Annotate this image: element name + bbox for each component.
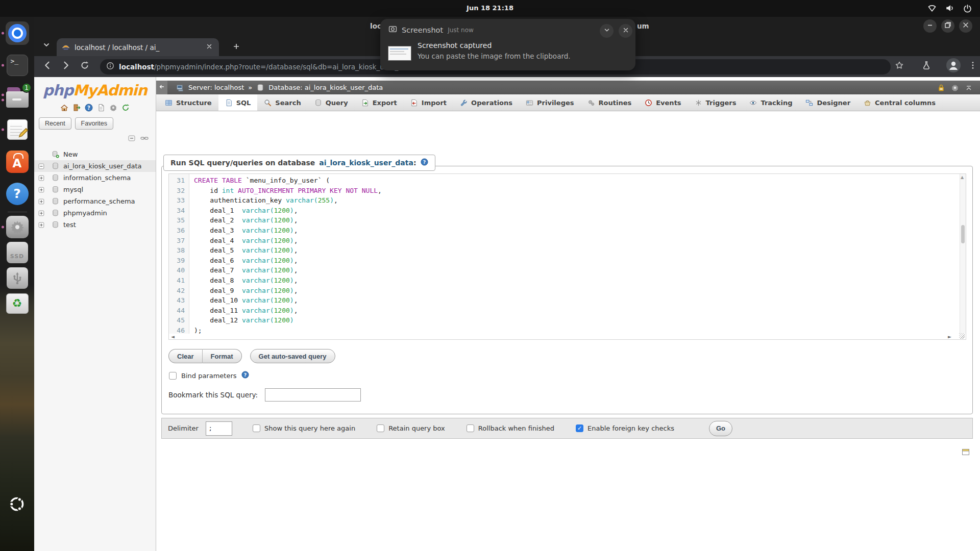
docs-icon[interactable] [97,104,105,112]
get-autosaved-query-button[interactable]: Get auto-saved query [250,349,335,363]
go-button[interactable]: Go [709,421,732,436]
pma-logo[interactable]: phpMyAdmin [34,82,156,99]
dock-item-usb[interactable] [0,265,34,291]
pma-tab-triggers[interactable]: Triggers [688,94,743,111]
notification-expand-button[interactable] [600,24,614,38]
tree-item-New[interactable]: New [34,148,156,160]
breadcrumb-database[interactable]: Database: ai_lora_kiosk_user_data [268,84,383,91]
logout-icon[interactable] [72,104,81,112]
pma-tab-export[interactable]: Export [355,94,404,111]
dock-item-app-center[interactable]: A [0,145,34,178]
browser-menu-button[interactable] [967,60,979,72]
checkbox[interactable] [467,424,474,432]
editor-vertical-scrollbar[interactable]: ▲ [960,174,966,334]
pma-tab-tracking[interactable]: Tracking [743,94,799,111]
tree-item-information_schema[interactable]: information_schema [34,172,156,184]
system-tray[interactable] [927,4,972,13]
legend-database-link[interactable]: ai_lora_kiosk_user_data: [319,159,416,167]
codemirror[interactable]: 31323334353637383940414243444546 CREATE … [169,174,960,334]
delimiter-input[interactable] [206,421,232,436]
recent-dropdown[interactable]: Recent [39,117,71,130]
screenshot-notification[interactable]: Screenshot Just now Screenshot captured … [380,19,635,70]
pma-tab-query[interactable]: Query [308,94,355,111]
tree-expander-icon[interactable] [37,209,45,217]
home-icon[interactable] [60,104,68,112]
dock-item-help[interactable]: ? [0,178,34,210]
tree-item-performance_schema[interactable]: performance_schema [34,195,156,207]
tree-item-mysql[interactable]: mysql [34,184,156,195]
link-with-main-icon[interactable] [140,134,149,144]
bookmark-star-button[interactable] [893,60,905,72]
ssl-lock-icon[interactable] [937,84,945,92]
tree-item-phpmyadmin[interactable]: phpmyadmin [34,207,156,219]
minimize-button[interactable] [923,19,937,33]
dock-item-ssd[interactable]: SSD [0,240,34,265]
favorites-dropdown[interactable]: Favorites [75,117,113,130]
pma-tab-privileges[interactable]: Privileges [519,94,580,111]
checkbox[interactable] [377,424,384,432]
tree-expander-icon[interactable] [37,162,45,170]
pma-tab-import[interactable]: Import [404,94,453,111]
dock-item-gedit[interactable] [0,113,34,145]
show-apps-button[interactable] [9,496,25,514]
help-icon[interactable]: ? [85,104,93,112]
scroll-top-icon[interactable] [965,84,973,92]
back-button[interactable] [41,60,54,72]
tree-item-test[interactable]: test [34,219,156,231]
dock-item-files[interactable]: 1 [0,81,34,113]
clock[interactable]: Jun 18 21:18 [0,4,980,12]
pma-tab-structure[interactable]: Structure [158,94,218,111]
screenshot-thumbnail[interactable] [388,46,411,61]
pma-tab-sql[interactable]: SQL [218,94,258,111]
dock-item-settings[interactable] [0,214,34,240]
bookmark-input[interactable] [265,388,361,402]
tree-item-ai_lora_kiosk_user_data[interactable]: ai_lora_kiosk_user_data [34,160,156,172]
experiments-button[interactable] [920,60,933,72]
new-tab-button[interactable] [231,42,242,53]
reload-navigation-icon[interactable] [121,104,130,112]
pma-tab-central-columns[interactable]: Central columns [857,94,942,111]
scroll-left-arrow[interactable]: ◄ [171,334,175,339]
tree-expander-icon[interactable] [37,221,45,229]
forward-button[interactable] [60,60,72,72]
scroll-right-arrow[interactable]: ► [948,334,951,339]
site-info-icon[interactable] [106,62,114,72]
query-window-icon[interactable] [962,448,970,456]
pma-tab-routines[interactable]: Routines [581,94,639,111]
collapse-all-icon[interactable] [128,134,136,144]
breadcrumb-server[interactable]: Server: localhost [188,84,244,91]
sql-editor[interactable]: 31323334353637383940414243444546 CREATE … [168,173,966,340]
format-button[interactable]: Format [202,349,242,363]
help-icon[interactable]: ? [421,158,428,167]
pma-tab-designer[interactable]: Designer [799,94,857,111]
dock-item-chromium[interactable] [0,17,34,49]
browser-tab[interactable]: localhost / localhost / ai_ [57,38,219,56]
dock-item-terminal[interactable]: >_ [0,49,34,81]
bind-parameters-checkbox[interactable] [169,372,177,380]
checkbox[interactable]: ✓ [576,424,583,432]
scrollbar-up-arrow[interactable]: ▲ [961,175,964,180]
panel-collapse-button[interactable] [156,81,167,94]
notification-close-button[interactable] [619,24,632,38]
dock-item-trash[interactable]: ♻ [0,291,34,316]
checkbox[interactable] [253,424,260,432]
pma-tab-search[interactable]: Search [257,94,307,111]
settings-icon[interactable] [109,104,117,112]
restore-button[interactable] [941,19,954,33]
tree-expander-icon[interactable] [37,197,45,206]
pma-tab-events[interactable]: Events [638,94,688,111]
tab-close-button[interactable] [205,43,214,52]
tree-expander-icon[interactable] [37,174,45,182]
clear-button[interactable]: Clear [168,349,202,363]
pma-tab-operations[interactable]: Operations [453,94,519,111]
reload-button[interactable] [79,60,91,72]
scrollbar-thumb[interactable] [961,225,965,243]
settings-gear-icon[interactable] [951,84,959,92]
close-button[interactable] [959,19,972,33]
editor-resize-grip[interactable] [959,333,965,339]
tab-search-button[interactable] [41,40,52,52]
tree-expander-icon[interactable] [37,186,45,194]
code-area[interactable]: CREATE TABLE `menu_info_by_user` ( id in… [189,174,960,334]
profile-button[interactable] [947,60,960,72]
help-icon[interactable]: ? [241,371,249,380]
